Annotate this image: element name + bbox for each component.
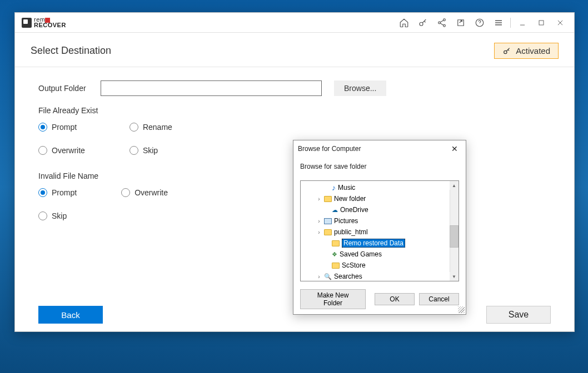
tree-item-scstore[interactable]: ScStore	[301, 260, 459, 271]
scroll-up-icon[interactable]: ▲	[450, 181, 459, 190]
expander-icon[interactable]: ›	[316, 274, 322, 280]
close-icon[interactable]	[551, 13, 570, 33]
folder-icon	[324, 229, 332, 235]
browse-button[interactable]: Browse...	[334, 80, 386, 96]
radio-exist-rename[interactable]: Rename	[129, 123, 172, 132]
back-button[interactable]: Back	[38, 306, 103, 324]
folder-icon	[332, 263, 340, 269]
maximize-icon[interactable]	[532, 13, 551, 33]
export-icon[interactable]	[451, 13, 470, 33]
help-icon[interactable]	[470, 13, 489, 33]
share-icon[interactable]	[432, 13, 451, 33]
key-icon	[502, 47, 511, 56]
titlebar: rem RECOVER	[15, 13, 574, 33]
pictures-icon	[324, 218, 332, 224]
file-exist-label: File Already Exist	[38, 106, 551, 115]
logo: rem RECOVER	[22, 17, 66, 28]
tree-item-savedgames[interactable]: ❖Saved Games	[301, 249, 459, 260]
make-new-folder-button[interactable]: Make New Folder	[300, 289, 366, 309]
minimize-icon[interactable]	[513, 13, 532, 33]
expander-icon[interactable]: ›	[316, 229, 322, 235]
key-icon[interactable]	[413, 13, 432, 33]
scroll-down-icon[interactable]: ▼	[450, 272, 459, 281]
radio-invalid-overwrite[interactable]: Overwrite	[121, 188, 168, 197]
tree-item-searches[interactable]: ›🔍Searches	[301, 271, 459, 281]
page-title: Select Destination	[31, 45, 111, 57]
tree-item-newfolder[interactable]: ›New folder	[301, 193, 459, 204]
folder-icon	[324, 196, 332, 202]
radio-exist-prompt[interactable]: Prompt	[38, 123, 85, 132]
expander-icon[interactable]: ›	[316, 218, 322, 224]
menu-icon[interactable]	[489, 13, 508, 33]
radio-invalid-prompt[interactable]: Prompt	[38, 188, 77, 197]
games-icon: ❖	[332, 251, 337, 258]
browse-dialog: Browse for Computer ✕ Browse for save fo…	[293, 140, 466, 315]
radio-exist-skip[interactable]: Skip	[129, 146, 172, 155]
folder-tree: ♪Music ›New folder ☁OneDrive ›Pictures ›…	[300, 180, 459, 281]
expander-icon[interactable]: ›	[316, 196, 322, 202]
search-icon: 🔍	[324, 273, 332, 280]
cancel-button[interactable]: Cancel	[419, 293, 459, 305]
scroll-thumb[interactable]	[450, 225, 459, 248]
dialog-subtitle: Browse for save folder	[293, 157, 466, 175]
output-folder-label: Output Folder	[38, 84, 101, 93]
dialog-close-icon[interactable]: ✕	[448, 143, 461, 154]
tree-item-pictures[interactable]: ›Pictures	[301, 215, 459, 226]
activated-badge[interactable]: Activated	[494, 43, 559, 59]
svg-rect-5	[539, 21, 544, 25]
svg-point-6	[504, 51, 507, 53]
radio-invalid-skip[interactable]: Skip	[38, 211, 77, 220]
svg-point-0	[420, 22, 423, 26]
folder-icon	[332, 240, 340, 246]
cloud-icon: ☁	[332, 206, 338, 214]
home-icon[interactable]	[395, 13, 413, 33]
logo-icon	[22, 18, 32, 28]
music-icon: ♪	[332, 183, 336, 192]
dialog-title: Browse for Computer	[298, 145, 361, 153]
radio-exist-overwrite[interactable]: Overwrite	[38, 146, 85, 155]
save-button[interactable]: Save	[486, 306, 551, 324]
tree-item-music[interactable]: ♪Music	[301, 182, 459, 193]
resize-grip[interactable]	[458, 306, 465, 313]
ok-button[interactable]: OK	[375, 293, 415, 305]
tree-item-remo[interactable]: Remo restored Data	[301, 238, 459, 249]
tree-item-publichtml[interactable]: ›public_html	[301, 226, 459, 238]
tree-item-onedrive[interactable]: ☁OneDrive	[301, 204, 459, 215]
output-folder-input[interactable]	[101, 80, 322, 96]
